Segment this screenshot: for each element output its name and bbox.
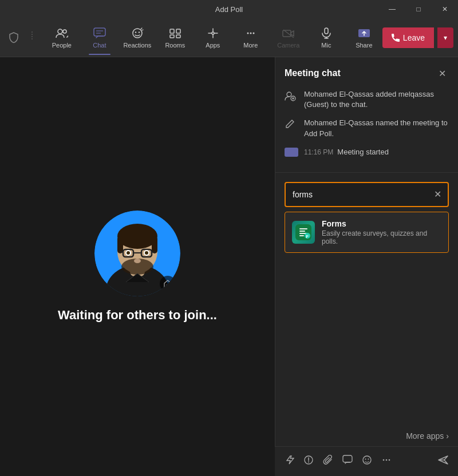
chat-message-3: 11:16 PM Meeting started [285, 147, 449, 157]
svg-point-46 [287, 92, 291, 97]
nav-people[interactable]: People [44, 21, 80, 55]
svg-point-64 [368, 459, 369, 460]
svg-point-42 [127, 251, 130, 255]
svg-point-45 [134, 259, 141, 263]
nav-chat[interactable]: Chat [81, 21, 118, 55]
more-icon [244, 27, 257, 41]
chat-bubble-icon[interactable] [342, 455, 353, 468]
chat-message-3-text: 11:16 PM Meeting started [304, 147, 389, 157]
apps-label: Apps [206, 42, 220, 49]
reactions-icon [131, 27, 144, 41]
window-controls: — □ ✕ [379, 0, 458, 18]
right-panel: Meeting chat ✕ Mohamed El-Qassas added m… [275, 57, 458, 476]
nav-reactions[interactable]: Reactions [119, 21, 156, 55]
search-input[interactable] [286, 183, 448, 206]
share-icon [358, 27, 370, 41]
svg-rect-61 [343, 455, 352, 462]
svg-point-7 [135, 31, 136, 33]
meeting-start-time: 11:16 PM [304, 148, 335, 156]
svg-point-62 [363, 456, 371, 464]
forms-app-info: Forms Easily create surveys, quizzes and… [322, 219, 441, 245]
chat-panel-title: Meeting chat [285, 68, 341, 78]
send-button[interactable] [437, 455, 449, 468]
svg-point-67 [389, 459, 390, 461]
leave-button[interactable]: Leave [382, 27, 434, 48]
pencil-icon [285, 119, 298, 133]
more-apps-label: More apps [406, 431, 444, 441]
maximize-button[interactable]: □ [405, 0, 432, 18]
people-label: People [52, 42, 72, 49]
svg-rect-11 [170, 35, 174, 38]
svg-rect-10 [176, 29, 180, 33]
meeting-area: Waiting for others to join... [0, 57, 275, 476]
toolbar-right: Leave ▾ [382, 27, 453, 48]
nav-camera[interactable]: Camera [270, 21, 307, 55]
svg-point-20 [252, 33, 254, 34]
share-label: Share [356, 42, 372, 49]
svg-point-60 [308, 462, 309, 463]
camera-icon [282, 27, 295, 41]
nav-more[interactable]: More [232, 21, 269, 55]
svg-rect-52 [299, 228, 307, 229]
nav-apps[interactable]: Apps [195, 21, 231, 55]
svg-text:F: F [306, 234, 309, 238]
minimize-button[interactable]: — [379, 0, 405, 18]
priority-icon[interactable] [303, 455, 314, 468]
svg-line-39 [120, 252, 123, 252]
search-clear-button[interactable]: ✕ [432, 189, 443, 200]
svg-point-19 [250, 33, 251, 34]
people-icon [56, 27, 68, 41]
format-icon[interactable] [284, 455, 294, 468]
more-options-icon[interactable] [381, 455, 392, 468]
more-apps-chevron-icon: › [446, 431, 449, 441]
chat-panel-close[interactable]: ✕ [435, 66, 449, 80]
forms-app-result[interactable]: F Forms Easily create surveys, quizzes a… [285, 212, 449, 253]
svg-point-8 [139, 31, 140, 33]
shield-icon [5, 29, 23, 47]
nav-mic[interactable]: Mic [308, 21, 345, 55]
svg-point-32 [117, 224, 157, 249]
waiting-text: Waiting for others to join... [58, 308, 217, 323]
title-bar: Add Poll — □ ✕ [0, 0, 458, 18]
forms-app-description: Easily create surveys, quizzes and polls… [322, 229, 441, 245]
svg-rect-55 [299, 235, 304, 236]
svg-point-6 [133, 29, 142, 38]
nav-share[interactable]: Share [346, 21, 382, 55]
svg-line-40 [152, 252, 155, 252]
reactions-label: Reactions [123, 42, 151, 49]
svg-point-2 [63, 30, 66, 33]
add-poll-area: ✕ F [275, 173, 458, 476]
svg-point-44 [145, 251, 148, 255]
leave-chevron-button[interactable]: ▾ [437, 27, 453, 48]
emoji-icon[interactable] [362, 455, 372, 468]
attach-icon[interactable] [323, 455, 333, 468]
toolbar: People Chat [0, 18, 458, 57]
home-icon [164, 280, 172, 288]
chevron-down-icon: ▾ [444, 34, 447, 42]
chat-panel-header: Meeting chat ✕ [285, 66, 449, 80]
forms-app-icon: F [292, 221, 315, 244]
avatar-badge [160, 276, 176, 292]
meeting-chat-panel: Meeting chat ✕ Mohamed El-Qassas added m… [275, 57, 458, 173]
close-button[interactable]: ✕ [432, 0, 458, 18]
more-apps-button[interactable]: More apps › [275, 425, 458, 447]
window-title: Add Poll [215, 5, 243, 14]
svg-point-63 [365, 459, 366, 460]
chat-message-1-text: Mohamed El-Qassas added melqassas (Guest… [304, 89, 449, 110]
user-avatar [94, 211, 180, 296]
svg-rect-33 [117, 236, 123, 253]
svg-rect-3 [94, 28, 105, 36]
chat-message-2: Mohamed El-Qassas named the meeting to A… [285, 118, 449, 138]
chat-icon [93, 27, 106, 41]
svg-rect-23 [325, 28, 328, 34]
bottom-chat-bar [275, 446, 458, 476]
divider-icon [27, 29, 37, 46]
camera-label: Camera [277, 42, 299, 49]
rooms-icon [169, 27, 181, 41]
nav-rooms[interactable]: Rooms [157, 21, 194, 55]
svg-rect-34 [152, 236, 157, 253]
svg-rect-50 [287, 149, 293, 155]
person-added-icon [285, 90, 298, 104]
mic-label: Mic [321, 42, 331, 49]
svg-rect-53 [299, 231, 305, 232]
